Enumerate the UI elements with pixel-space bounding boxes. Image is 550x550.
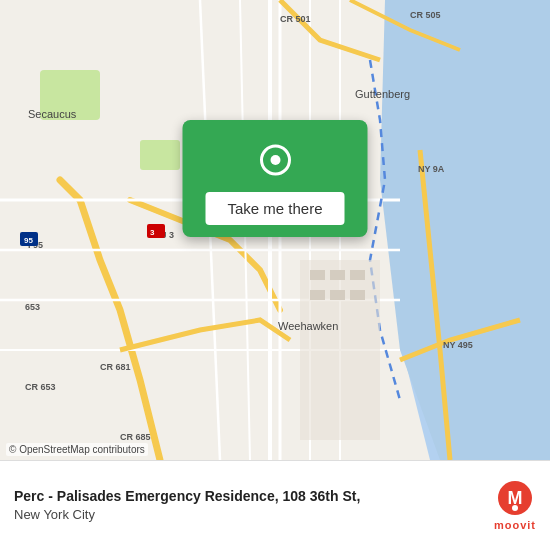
- moovit-icon: M: [497, 480, 533, 516]
- location-card: Take me there: [183, 120, 368, 237]
- location-pin-icon: [253, 138, 297, 182]
- svg-rect-5: [310, 270, 325, 280]
- app: I 95 NJ 3 653 CR 681 CR 653 CR 685 CR 50…: [0, 0, 550, 550]
- svg-rect-10: [350, 290, 365, 300]
- take-me-there-button[interactable]: Take me there: [205, 192, 344, 225]
- location-pin-area: [183, 120, 368, 192]
- svg-text:3: 3: [150, 228, 155, 237]
- svg-text:Secaucus: Secaucus: [28, 108, 77, 120]
- svg-point-29: [270, 155, 280, 165]
- svg-rect-3: [140, 140, 180, 170]
- svg-rect-8: [310, 290, 325, 300]
- svg-text:Weehawken: Weehawken: [278, 320, 338, 332]
- svg-text:CR 653: CR 653: [25, 382, 56, 392]
- svg-text:653: 653: [25, 302, 40, 312]
- svg-text:CR 505: CR 505: [410, 10, 441, 20]
- bottom-bar: Perc - Palisades Emergency Residence, 10…: [0, 460, 550, 550]
- moovit-logo: M moovit: [494, 480, 536, 531]
- location-city: New York City: [14, 506, 482, 524]
- map-attribution: © OpenStreetMap contributors: [6, 443, 148, 456]
- location-info: Perc - Palisades Emergency Residence, 10…: [14, 487, 482, 525]
- svg-text:NY 495: NY 495: [443, 340, 473, 350]
- svg-text:NY 9A: NY 9A: [418, 164, 445, 174]
- location-name: Perc - Palisades Emergency Residence, 10…: [14, 487, 482, 507]
- map-container: I 95 NJ 3 653 CR 681 CR 653 CR 685 CR 50…: [0, 0, 550, 460]
- svg-text:Guttenberg: Guttenberg: [355, 88, 410, 100]
- svg-rect-6: [330, 270, 345, 280]
- svg-text:95: 95: [24, 236, 33, 245]
- svg-text:CR 685: CR 685: [120, 432, 151, 442]
- svg-rect-4: [300, 260, 380, 440]
- moovit-label: moovit: [494, 519, 536, 531]
- svg-rect-9: [330, 290, 345, 300]
- svg-text:CR 681: CR 681: [100, 362, 131, 372]
- svg-rect-7: [350, 270, 365, 280]
- svg-text:CR 501: CR 501: [280, 14, 311, 24]
